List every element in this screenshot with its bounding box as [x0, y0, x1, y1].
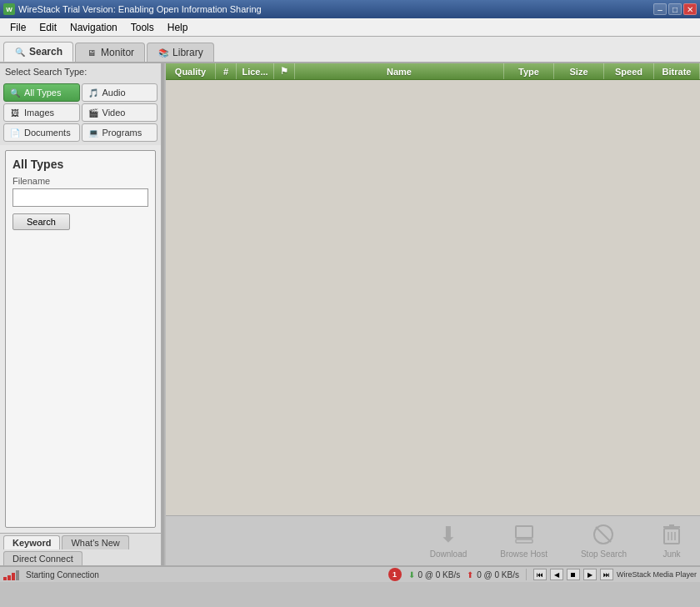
menu-tools[interactable]: Tools	[124, 20, 161, 35]
col-size[interactable]: Size	[554, 63, 604, 79]
player-next-button[interactable]: ⏭	[600, 569, 613, 580]
close-button[interactable]: ✕	[683, 3, 697, 15]
tab-monitor[interactable]: 🖥 Monitor	[75, 43, 145, 62]
search-button[interactable]: Search	[12, 213, 70, 230]
status-bar: Starting Connection 1 ⬇ 0 @ 0 KB/s ⬆ 0 @…	[0, 565, 700, 582]
type-btn-images[interactable]: 🖼 Images	[3, 103, 80, 122]
signal-bar-4	[16, 570, 19, 580]
col-quality[interactable]: Quality	[166, 63, 216, 79]
filename-label: Filename	[12, 176, 148, 186]
tab-library[interactable]: 📚 Library	[147, 43, 214, 62]
tab-whats-new[interactable]: What's New	[62, 535, 128, 549]
search-form: All Types Filename Search	[5, 150, 156, 528]
media-player: ⏮ ◀ ⏹ ▶ ⏭ WireStack Media Player	[526, 569, 697, 580]
status-right: 1 ⬇ 0 @ 0 KB/s ⬆ 0 @ 0 KB/s ⏮ ◀ ⏹ ▶ ⏭ Wi…	[388, 568, 698, 581]
minimize-button[interactable]: –	[653, 3, 667, 15]
maximize-button[interactable]: □	[668, 3, 682, 15]
svg-line-3	[596, 527, 611, 542]
download-arrow: ⬇	[408, 570, 415, 579]
stop-search-icon	[592, 523, 615, 546]
bottom-tabs-row1: Keyword What's New	[0, 533, 161, 549]
results-body	[166, 80, 700, 515]
type-btn-audio[interactable]: 🎵 Audio	[82, 83, 158, 102]
app-icon: W	[3, 3, 15, 15]
search-form-title: All Types	[12, 158, 148, 171]
player-back-button[interactable]: ◀	[550, 569, 563, 580]
stop-search-button[interactable]: Stop Search	[581, 523, 627, 559]
col-speed[interactable]: Speed	[604, 63, 654, 79]
connection-badge: 1	[388, 568, 402, 581]
svg-rect-0	[516, 526, 532, 538]
type-btn-all-types[interactable]: 🔍 All Types	[3, 83, 80, 102]
menu-file[interactable]: File	[3, 20, 32, 35]
right-panel: Quality # Lice... ⚑ Name Type Size Speed…	[166, 63, 700, 565]
col-bitrate[interactable]: Bitrate	[654, 63, 700, 79]
tab-keyword[interactable]: Keyword	[3, 535, 60, 549]
col-num[interactable]: #	[216, 63, 237, 79]
tab-search[interactable]: 🔍 Search	[3, 42, 73, 62]
all-types-icon: 🔍	[9, 87, 21, 98]
menu-navigation[interactable]: Navigation	[63, 20, 124, 35]
video-icon: 🎬	[88, 107, 99, 118]
signal-bar-2	[8, 575, 11, 580]
upload-speed: ⬆ 0 @ 0 KB/s	[467, 570, 519, 579]
browse-host-button[interactable]: Browse Host	[500, 523, 548, 559]
junk-icon	[660, 523, 683, 546]
player-play-button[interactable]: ▶	[583, 569, 597, 580]
col-type[interactable]: Type	[504, 63, 554, 79]
title-text: WireStack Trial Version: Enabling Open I…	[18, 4, 262, 14]
menu-help[interactable]: Help	[161, 20, 195, 35]
bottom-toolbar: ⬇ Download Browse Host	[166, 515, 700, 565]
col-lic[interactable]: Lice...	[237, 63, 274, 79]
download-button[interactable]: ⬇ Download	[430, 523, 467, 559]
type-grid: 🔍 All Types 🎵 Audio 🖼 Images 🎬 Video 📄 D…	[0, 80, 161, 145]
audio-icon: 🎵	[88, 87, 99, 98]
type-btn-video[interactable]: 🎬 Video	[82, 103, 158, 122]
col-name[interactable]: Name	[295, 63, 504, 79]
search-type-label: Select Search Type:	[0, 63, 161, 80]
browse-host-icon	[512, 523, 536, 546]
menu-edit[interactable]: Edit	[32, 20, 63, 35]
title-bar: W WireStack Trial Version: Enabling Open…	[0, 0, 700, 18]
col-flag[interactable]: ⚑	[274, 63, 295, 79]
media-player-label: WireStack Media Player	[617, 570, 697, 579]
signal-bars	[3, 569, 19, 580]
signal-bar-3	[12, 573, 15, 580]
player-stop-button[interactable]: ⏹	[567, 569, 580, 580]
upload-arrow: ⬆	[467, 570, 473, 579]
library-tab-icon: 📚	[158, 47, 169, 58]
menu-bar: File Edit Navigation Tools Help	[0, 18, 700, 37]
left-panel: Select Search Type: 🔍 All Types 🎵 Audio …	[0, 63, 162, 565]
images-icon: 🖼	[9, 107, 21, 118]
svg-rect-1	[516, 539, 532, 543]
download-icon: ⬇	[437, 523, 460, 546]
monitor-tab-icon: 🖥	[86, 47, 98, 58]
filename-input[interactable]	[12, 188, 148, 207]
results-header: Quality # Lice... ⚑ Name Type Size Speed…	[166, 63, 700, 80]
type-btn-documents[interactable]: 📄 Documents	[3, 123, 80, 142]
player-prev-button[interactable]: ⏮	[533, 569, 547, 580]
junk-button[interactable]: Junk	[660, 523, 683, 559]
tab-bar: 🔍 Search 🖥 Monitor 📚 Library	[0, 37, 700, 63]
type-btn-programs[interactable]: 💻 Programs	[82, 123, 158, 142]
signal-bar-1	[3, 577, 7, 580]
programs-icon: 💻	[88, 127, 99, 138]
documents-icon: 📄	[9, 127, 21, 138]
main-content: Select Search Type: 🔍 All Types 🎵 Audio …	[0, 63, 700, 565]
status-text: Starting Connection	[26, 570, 382, 579]
bottom-tabs-row2: Direct Connect	[0, 549, 161, 565]
download-speed: ⬇ 0 @ 0 KB/s	[408, 570, 461, 579]
tab-direct-connect[interactable]: Direct Connect	[3, 551, 82, 565]
search-tab-icon: 🔍	[14, 46, 26, 58]
